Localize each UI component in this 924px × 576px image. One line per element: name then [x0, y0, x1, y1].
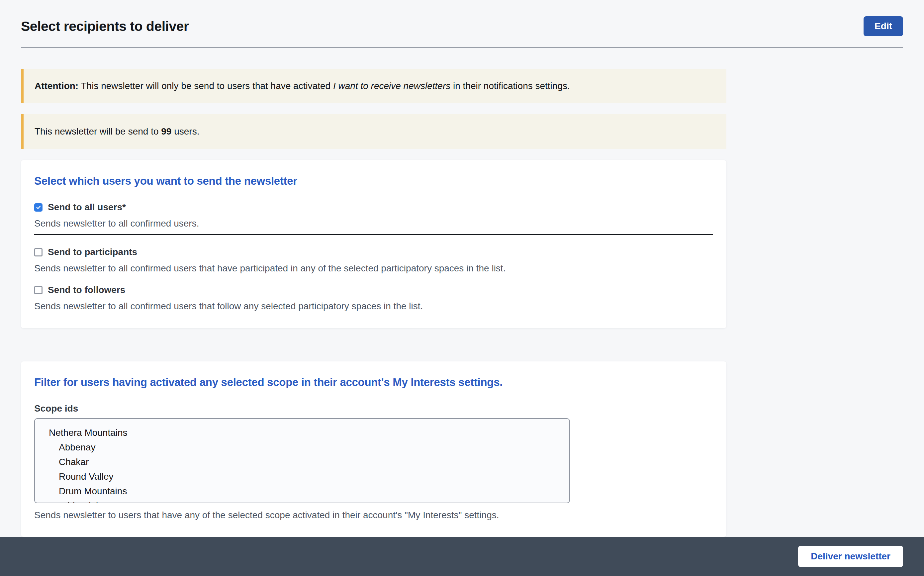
recipients-card-title: Select which users you want to send the …	[34, 175, 713, 187]
page-title: Select recipients to deliver	[21, 19, 189, 34]
unchecked-checkbox[interactable]	[34, 248, 43, 256]
attention-callout-text: Attention: This newsletter will only be …	[35, 79, 713, 93]
page: Select recipients to deliver Edit Attent…	[0, 0, 924, 576]
recipient-options-list: Send to all users*Sends newsletter to al…	[34, 202, 713, 313]
edit-button[interactable]: Edit	[863, 16, 903, 36]
option-description: Sends newsletter to all confirmed users …	[34, 300, 713, 313]
scope-option[interactable]: Abbenay	[49, 442, 569, 457]
recipient-option: Send to participantsSends newsletter to …	[34, 247, 713, 275]
scope-option[interactable]: Drum Mountains	[49, 486, 569, 501]
recipient-count-value: 99	[161, 126, 171, 136]
recipients-card: Select which users you want to send the …	[21, 160, 726, 328]
page-header: Select recipients to deliver Edit	[21, 16, 903, 36]
attention-callout: Attention: This newsletter will only be …	[21, 69, 726, 103]
recipient-option: Send to all users*Sends newsletter to al…	[34, 202, 713, 235]
footer-bar: Deliver newsletter	[0, 537, 924, 576]
scope-option[interactable]: Chakar	[49, 457, 569, 471]
checked-checkbox[interactable]	[34, 203, 43, 211]
main-content: Attention: This newsletter will only be …	[21, 48, 726, 537]
scope-filter-description: Sends newsletter to users that have any …	[34, 509, 713, 522]
checkbox-label[interactable]: Send to followers	[48, 285, 125, 295]
deliver-newsletter-button[interactable]: Deliver newsletter	[798, 546, 903, 567]
scope-filter-card-title: Filter for users having activated any se…	[34, 376, 713, 389]
attention-label: Attention:	[35, 81, 78, 91]
scope-filter-card: Filter for users having activated any se…	[21, 362, 726, 537]
scope-option[interactable]: Nethera Mountains	[49, 427, 569, 442]
scope-option[interactable]: Round Valley	[49, 471, 569, 486]
attention-emphasis: I want to receive newsletters	[333, 81, 450, 91]
scope-option[interactable]: Wide Plains	[49, 501, 569, 503]
option-description: Sends newsletter to all confirmed users.	[34, 217, 713, 235]
checkbox-row: Send to all users*	[34, 202, 713, 213]
scope-options-list: Nethera MountainsAbbenayChakarRound Vall…	[35, 419, 569, 503]
checkbox-label[interactable]: Send to all users*	[48, 202, 126, 213]
check-icon	[35, 204, 42, 210]
option-description: Sends newsletter to all confirmed users …	[34, 262, 713, 275]
recipient-count-text: This newsletter will be send to 99 users…	[35, 125, 713, 139]
scope-ids-listbox[interactable]: Nethera MountainsAbbenayChakarRound Vall…	[34, 418, 570, 503]
unchecked-checkbox[interactable]	[34, 286, 43, 294]
checkbox-row: Send to participants	[34, 247, 713, 258]
checkbox-label[interactable]: Send to participants	[48, 247, 137, 258]
checkbox-row: Send to followers	[34, 285, 713, 295]
recipient-option: Send to followersSends newsletter to all…	[34, 285, 713, 313]
recipient-count-callout: This newsletter will be send to 99 users…	[21, 114, 726, 149]
scope-ids-label: Scope ids	[34, 403, 713, 414]
